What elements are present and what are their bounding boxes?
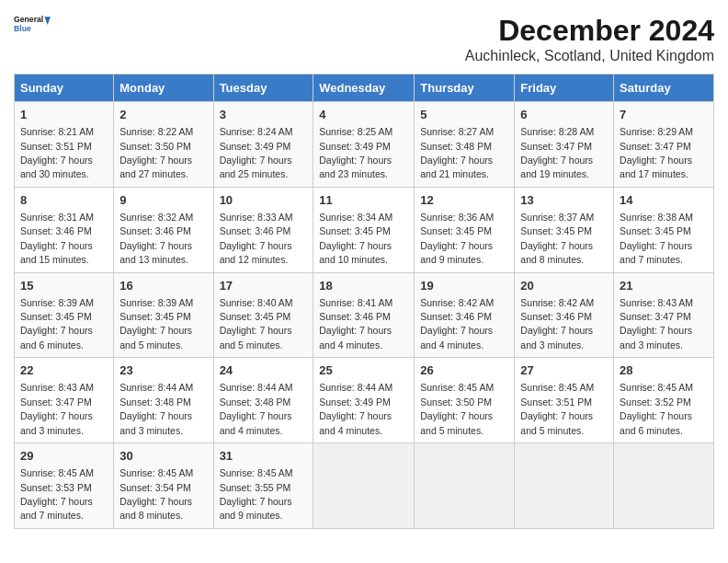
day-number: 11: [319, 192, 408, 209]
day-info: Sunrise: 8:43 AMSunset: 3:47 PMDaylight:…: [620, 297, 693, 350]
calendar-cell: 16Sunrise: 8:39 AMSunset: 3:45 PMDayligh…: [114, 272, 213, 358]
day-info: Sunrise: 8:45 AMSunset: 3:54 PMDaylight:…: [119, 467, 193, 521]
day-number: 8: [20, 192, 108, 209]
calendar-cell: 10Sunrise: 8:33 AMSunset: 3:46 PMDayligh…: [213, 187, 313, 272]
day-info: Sunrise: 8:44 AMSunset: 3:49 PMDaylight:…: [319, 382, 392, 435]
day-info: Sunrise: 8:45 AMSunset: 3:53 PMDaylight:…: [20, 467, 94, 521]
calendar-week-row: 8Sunrise: 8:31 AMSunset: 3:46 PMDaylight…: [15, 187, 714, 272]
calendar-cell: 5Sunrise: 8:27 AMSunset: 3:48 PMDaylight…: [415, 102, 515, 188]
calendar-cell: 30Sunrise: 8:45 AMSunset: 3:54 PMDayligh…: [114, 443, 213, 529]
col-wednesday: Wednesday: [313, 75, 415, 102]
svg-text:Blue: Blue: [14, 24, 31, 32]
day-number: 12: [420, 192, 508, 209]
calendar-cell: 20Sunrise: 8:42 AMSunset: 3:46 PMDayligh…: [515, 272, 614, 358]
day-info: Sunrise: 8:24 AMSunset: 3:49 PMDaylight:…: [220, 126, 293, 179]
svg-marker-2: [44, 17, 51, 25]
day-info: Sunrise: 8:34 AMSunset: 3:45 PMDaylight:…: [319, 212, 392, 265]
calendar-week-row: 15Sunrise: 8:39 AMSunset: 3:45 PMDayligh…: [15, 272, 714, 358]
calendar-cell: 29Sunrise: 8:45 AMSunset: 3:53 PMDayligh…: [15, 443, 114, 529]
page-title: December 2024: [465, 14, 714, 48]
day-number: 4: [319, 107, 408, 123]
col-saturday: Saturday: [614, 75, 714, 102]
calendar-cell: 6Sunrise: 8:28 AMSunset: 3:47 PMDaylight…: [515, 102, 614, 188]
col-tuesday: Tuesday: [213, 75, 313, 102]
logo-svg: General Blue: [14, 14, 51, 32]
calendar-cell: 8Sunrise: 8:31 AMSunset: 3:46 PMDaylight…: [15, 187, 114, 272]
calendar-cell: 26Sunrise: 8:45 AMSunset: 3:50 PMDayligh…: [415, 358, 515, 443]
day-number: 17: [220, 278, 308, 294]
day-number: 29: [20, 448, 108, 465]
day-info: Sunrise: 8:21 AMSunset: 3:51 PMDaylight:…: [20, 126, 94, 179]
day-info: Sunrise: 8:42 AMSunset: 3:46 PMDaylight:…: [420, 297, 494, 350]
calendar-cell: 23Sunrise: 8:44 AMSunset: 3:48 PMDayligh…: [114, 358, 213, 443]
day-info: Sunrise: 8:22 AMSunset: 3:50 PMDaylight:…: [119, 126, 193, 179]
calendar-header-row: Sunday Monday Tuesday Wednesday Thursday…: [15, 75, 714, 102]
calendar-cell: [614, 443, 714, 529]
day-info: Sunrise: 8:44 AMSunset: 3:48 PMDaylight:…: [119, 382, 193, 435]
calendar-cell: 9Sunrise: 8:32 AMSunset: 3:46 PMDaylight…: [114, 187, 213, 272]
calendar-cell: 3Sunrise: 8:24 AMSunset: 3:49 PMDaylight…: [213, 102, 313, 188]
day-info: Sunrise: 8:37 AMSunset: 3:45 PMDaylight:…: [520, 212, 594, 265]
day-info: Sunrise: 8:43 AMSunset: 3:47 PMDaylight:…: [20, 382, 94, 435]
day-info: Sunrise: 8:45 AMSunset: 3:50 PMDaylight:…: [420, 382, 494, 435]
day-number: 2: [119, 107, 207, 123]
calendar-cell: 2Sunrise: 8:22 AMSunset: 3:50 PMDaylight…: [114, 102, 213, 188]
calendar-cell: 4Sunrise: 8:25 AMSunset: 3:49 PMDaylight…: [313, 102, 415, 188]
day-number: 23: [119, 362, 207, 379]
day-number: 21: [620, 278, 708, 294]
day-info: Sunrise: 8:42 AMSunset: 3:46 PMDaylight:…: [520, 297, 594, 350]
calendar-cell: 13Sunrise: 8:37 AMSunset: 3:45 PMDayligh…: [515, 187, 614, 272]
day-number: 7: [620, 107, 708, 123]
calendar-week-row: 22Sunrise: 8:43 AMSunset: 3:47 PMDayligh…: [15, 358, 714, 443]
day-number: 18: [319, 278, 408, 294]
calendar-cell: 1Sunrise: 8:21 AMSunset: 3:51 PMDaylight…: [15, 102, 114, 188]
svg-text:General: General: [14, 15, 43, 24]
calendar-cell: [313, 443, 415, 529]
day-info: Sunrise: 8:44 AMSunset: 3:48 PMDaylight:…: [220, 382, 293, 435]
col-friday: Friday: [515, 75, 614, 102]
day-info: Sunrise: 8:25 AMSunset: 3:49 PMDaylight:…: [319, 126, 392, 179]
calendar-cell: 11Sunrise: 8:34 AMSunset: 3:45 PMDayligh…: [313, 187, 415, 272]
day-number: 25: [319, 362, 408, 379]
title-block: December 2024 Auchinleck, Scotland, Unit…: [465, 14, 714, 64]
calendar-cell: 18Sunrise: 8:41 AMSunset: 3:46 PMDayligh…: [313, 272, 415, 358]
day-info: Sunrise: 8:45 AMSunset: 3:55 PMDaylight:…: [220, 467, 293, 521]
day-number: 15: [20, 278, 108, 294]
calendar-cell: 7Sunrise: 8:29 AMSunset: 3:47 PMDaylight…: [614, 102, 714, 188]
day-number: 27: [520, 362, 608, 379]
day-info: Sunrise: 8:45 AMSunset: 3:52 PMDaylight:…: [620, 382, 693, 435]
day-number: 14: [620, 192, 708, 209]
col-sunday: Sunday: [15, 75, 114, 102]
day-info: Sunrise: 8:41 AMSunset: 3:46 PMDaylight:…: [319, 297, 392, 350]
calendar-cell: 24Sunrise: 8:44 AMSunset: 3:48 PMDayligh…: [213, 358, 313, 443]
calendar-cell: 15Sunrise: 8:39 AMSunset: 3:45 PMDayligh…: [15, 272, 114, 358]
day-info: Sunrise: 8:28 AMSunset: 3:47 PMDaylight:…: [520, 126, 594, 179]
day-number: 20: [520, 278, 608, 294]
calendar-cell: 21Sunrise: 8:43 AMSunset: 3:47 PMDayligh…: [614, 272, 714, 358]
day-number: 3: [220, 107, 308, 123]
calendar-cell: 12Sunrise: 8:36 AMSunset: 3:45 PMDayligh…: [415, 187, 515, 272]
day-info: Sunrise: 8:39 AMSunset: 3:45 PMDaylight:…: [20, 297, 94, 350]
calendar-cell: [415, 443, 515, 529]
page-subtitle: Auchinleck, Scotland, United Kingdom: [465, 48, 714, 64]
logo: General Blue: [14, 14, 51, 32]
calendar-cell: 31Sunrise: 8:45 AMSunset: 3:55 PMDayligh…: [213, 443, 313, 529]
day-number: 24: [220, 362, 308, 379]
calendar-cell: 27Sunrise: 8:45 AMSunset: 3:51 PMDayligh…: [515, 358, 614, 443]
calendar-cell: 28Sunrise: 8:45 AMSunset: 3:52 PMDayligh…: [614, 358, 714, 443]
calendar-cell: 14Sunrise: 8:38 AMSunset: 3:45 PMDayligh…: [614, 187, 714, 272]
day-info: Sunrise: 8:36 AMSunset: 3:45 PMDaylight:…: [420, 212, 494, 265]
day-number: 13: [520, 192, 608, 209]
page-header: General Blue December 2024 Auchinleck, S…: [14, 14, 714, 64]
calendar-week-row: 1Sunrise: 8:21 AMSunset: 3:51 PMDaylight…: [15, 102, 714, 188]
day-info: Sunrise: 8:31 AMSunset: 3:46 PMDaylight:…: [20, 212, 94, 265]
day-info: Sunrise: 8:40 AMSunset: 3:45 PMDaylight:…: [220, 297, 293, 350]
day-number: 6: [520, 107, 608, 123]
day-number: 10: [220, 192, 308, 209]
day-number: 9: [119, 192, 207, 209]
day-number: 1: [20, 107, 108, 123]
day-info: Sunrise: 8:39 AMSunset: 3:45 PMDaylight:…: [119, 297, 193, 350]
day-info: Sunrise: 8:29 AMSunset: 3:47 PMDaylight:…: [620, 126, 693, 179]
day-number: 16: [119, 278, 207, 294]
day-number: 31: [220, 448, 308, 465]
